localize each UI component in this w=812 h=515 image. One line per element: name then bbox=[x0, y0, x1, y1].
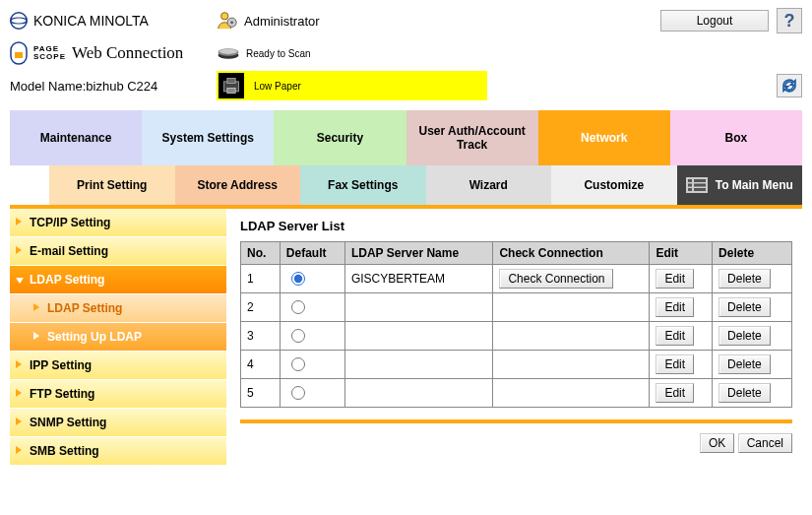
cancel-button[interactable]: Cancel bbox=[738, 433, 792, 453]
status-ready: Ready to Scan bbox=[246, 48, 311, 59]
svg-rect-14 bbox=[688, 179, 692, 182]
svg-rect-11 bbox=[227, 79, 235, 84]
tab-security[interactable]: Security bbox=[274, 110, 406, 165]
delete-button[interactable]: Delete bbox=[718, 383, 771, 403]
table-row: 4EditDelete bbox=[241, 351, 792, 379]
col-default: Default bbox=[280, 242, 344, 265]
menu-icon bbox=[686, 177, 708, 193]
sidebar-item-ldap_sub2[interactable]: Setting Up LDAP bbox=[10, 323, 226, 352]
svg-rect-18 bbox=[688, 188, 692, 191]
sidebar-item-ftp[interactable]: FTP Setting bbox=[10, 380, 226, 409]
svg-point-1 bbox=[11, 18, 28, 24]
default-radio[interactable] bbox=[291, 357, 305, 371]
brand-logo bbox=[10, 12, 28, 30]
help-button[interactable]: ? bbox=[777, 8, 802, 33]
ok-button[interactable]: OK bbox=[700, 433, 734, 453]
sidebar-item-ldap_sub1: LDAP Setting bbox=[10, 294, 226, 323]
svg-rect-6 bbox=[15, 52, 23, 58]
tab-row-1: Maintenance System Settings Security Use… bbox=[10, 110, 802, 165]
page-title: LDAP Server List bbox=[240, 219, 792, 233]
edit-button[interactable]: Edit bbox=[656, 354, 694, 374]
product-name: Web Connection bbox=[72, 43, 183, 63]
cell-name bbox=[344, 379, 492, 408]
svg-point-0 bbox=[11, 13, 28, 30]
sidebar-item-tcpip[interactable]: TCP/IP Setting bbox=[10, 209, 226, 237]
col-no: No. bbox=[241, 242, 281, 265]
edit-button[interactable]: Edit bbox=[656, 269, 694, 289]
table-row: 3EditDelete bbox=[241, 322, 792, 351]
table-row: 5EditDelete bbox=[241, 379, 792, 408]
cell-no: 1 bbox=[241, 265, 281, 293]
delete-button[interactable]: Delete bbox=[718, 326, 771, 346]
svg-rect-19 bbox=[694, 188, 706, 191]
logout-button[interactable]: Logout bbox=[660, 10, 769, 32]
pagescope-logo: PAGE SCOPE Web Connection bbox=[10, 41, 217, 65]
sidebar-item-smb[interactable]: SMB Setting bbox=[10, 437, 226, 466]
col-check: Check Connection bbox=[493, 242, 650, 265]
refresh-button[interactable] bbox=[777, 74, 802, 97]
sidebar: TCP/IP SettingE-mail SettingLDAP Setting… bbox=[10, 209, 226, 466]
default-radio[interactable] bbox=[291, 300, 305, 314]
table-row: 1GISCYBERTEAMCheck ConnectionEditDelete bbox=[241, 265, 792, 293]
model-name: Model Name:bizhub C224 bbox=[10, 79, 217, 94]
cell-name bbox=[344, 351, 492, 379]
sidebar-item-email[interactable]: E-mail Setting bbox=[10, 237, 226, 266]
cell-no: 4 bbox=[241, 351, 281, 379]
tab-customize[interactable]: Customize bbox=[551, 165, 677, 205]
printer-icon bbox=[219, 73, 244, 98]
tab-fax-settings[interactable]: Fax Settings bbox=[300, 165, 426, 205]
delete-button[interactable]: Delete bbox=[718, 269, 771, 289]
tab-user-auth[interactable]: User Auth/Account Track bbox=[406, 110, 538, 165]
svg-rect-16 bbox=[688, 184, 692, 187]
scanner-icon bbox=[217, 44, 240, 63]
tab-to-main-menu[interactable]: To Main Menu bbox=[677, 165, 803, 205]
cell-no: 2 bbox=[241, 293, 281, 322]
edit-button[interactable]: Edit bbox=[656, 383, 694, 403]
edit-button[interactable]: Edit bbox=[656, 297, 694, 317]
sidebar-item-snmp[interactable]: SNMP Setting bbox=[10, 409, 226, 437]
check-connection-button[interactable]: Check Connection bbox=[499, 269, 613, 289]
tab-system-settings[interactable]: System Settings bbox=[142, 110, 274, 165]
default-radio[interactable] bbox=[291, 386, 305, 400]
tab-wizard[interactable]: Wizard bbox=[426, 165, 552, 205]
ldap-table: No. Default LDAP Server Name Check Conne… bbox=[240, 241, 792, 408]
main-panel: LDAP Server List No. Default LDAP Server… bbox=[226, 209, 802, 466]
low-paper-banner: Low Paper bbox=[217, 71, 487, 100]
col-name: LDAP Server Name bbox=[344, 242, 492, 265]
svg-rect-15 bbox=[694, 179, 706, 182]
cell-no: 3 bbox=[241, 322, 281, 351]
brand-name: KONICA MINOLTA bbox=[33, 13, 149, 29]
tab-box[interactable]: Box bbox=[670, 110, 802, 165]
cell-no: 5 bbox=[241, 379, 281, 408]
delete-button[interactable]: Delete bbox=[718, 354, 771, 374]
col-delete: Delete bbox=[713, 242, 792, 265]
brand-block: KONICA MINOLTA bbox=[10, 12, 217, 30]
edit-button[interactable]: Edit bbox=[656, 326, 694, 346]
col-edit: Edit bbox=[650, 242, 713, 265]
sidebar-item-ldap[interactable]: LDAP Setting bbox=[10, 266, 226, 294]
default-radio[interactable] bbox=[291, 329, 305, 343]
tab-network[interactable]: Network bbox=[538, 110, 670, 165]
tab-row-2: Print Setting Store Address Fax Settings… bbox=[49, 165, 802, 205]
default-radio[interactable] bbox=[291, 272, 305, 286]
cell-name bbox=[344, 293, 492, 322]
svg-point-4 bbox=[230, 21, 233, 24]
sidebar-item-ipp[interactable]: IPP Setting bbox=[10, 352, 226, 380]
table-row: 2EditDelete bbox=[241, 293, 792, 322]
low-paper-label: Low Paper bbox=[254, 81, 301, 92]
delete-button[interactable]: Delete bbox=[718, 297, 771, 317]
svg-rect-12 bbox=[227, 89, 235, 94]
cell-name: GISCYBERTEAM bbox=[344, 265, 492, 293]
svg-rect-17 bbox=[694, 184, 706, 187]
tab-print-setting[interactable]: Print Setting bbox=[49, 165, 175, 205]
svg-point-2 bbox=[221, 12, 228, 19]
tab-store-address[interactable]: Store Address bbox=[175, 165, 301, 205]
cell-name bbox=[344, 322, 492, 351]
user-role: Administrator bbox=[244, 14, 320, 29]
tab-maintenance[interactable]: Maintenance bbox=[10, 110, 142, 165]
admin-icon bbox=[217, 9, 238, 33]
svg-point-9 bbox=[219, 48, 237, 53]
